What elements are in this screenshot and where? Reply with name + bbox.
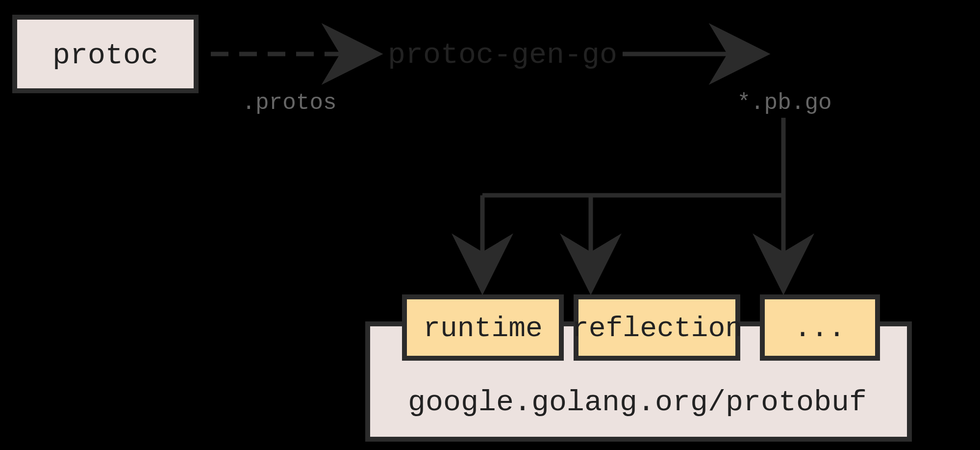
diagram-svg: protoc .protos protoc-gen-go *.pb.go goo… xyxy=(0,0,980,450)
label-reflection: reflection xyxy=(572,313,742,344)
label-protos: .protos xyxy=(242,90,336,116)
node-more: ... xyxy=(762,297,878,358)
node-protoc-gen-go: protoc-gen-go xyxy=(388,38,617,72)
label-runtime: runtime xyxy=(423,313,543,344)
label-protoc: protoc xyxy=(52,39,158,72)
node-runtime: runtime xyxy=(404,297,561,358)
node-protoc: protoc xyxy=(15,17,196,91)
label-more: ... xyxy=(794,313,845,344)
node-reflection: reflection xyxy=(572,297,742,358)
diagram-protobuf-go-pipeline: protoc .protos protoc-gen-go *.pb.go goo… xyxy=(0,0,980,450)
label-pbgo: *.pb.go xyxy=(737,90,831,116)
edge-generated-to-packages xyxy=(482,118,783,280)
label-module: google.golang.org/protobuf xyxy=(408,386,867,419)
